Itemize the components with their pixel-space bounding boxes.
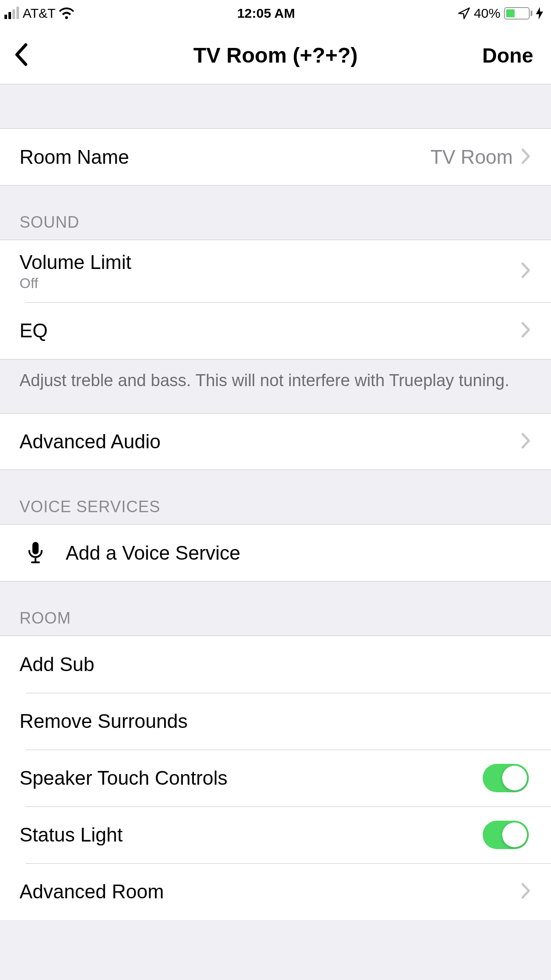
chevron-right-icon [521, 262, 531, 281]
remove-surrounds-row[interactable]: Remove Surrounds [0, 693, 551, 750]
clock: 12:05 AM [237, 6, 295, 21]
battery-icon [504, 7, 532, 20]
chevron-right-icon [521, 432, 531, 451]
status-right: 40% [458, 6, 543, 21]
wifi-icon [59, 8, 74, 19]
add-voice-service-label: Add a Voice Service [66, 542, 531, 564]
status-bar: AT&T 12:05 AM 40% [0, 0, 551, 27]
volume-limit-value: Off [20, 275, 521, 292]
add-voice-service-row[interactable]: Add a Voice Service [0, 525, 551, 581]
room-name-label: Room Name [20, 146, 430, 168]
chevron-right-icon [521, 882, 531, 901]
done-button[interactable]: Done [482, 43, 533, 67]
volume-limit-row[interactable]: Volume Limit Off [0, 240, 551, 302]
eq-row[interactable]: EQ [0, 302, 551, 359]
room-name-value: TV Room [430, 146, 513, 168]
location-arrow-icon [458, 7, 470, 20]
battery-percent: 40% [474, 6, 500, 21]
room-name-row[interactable]: Room Name TV Room [0, 129, 551, 186]
eq-label: EQ [20, 320, 521, 342]
volume-limit-label: Volume Limit [20, 251, 521, 273]
sound-section-footer: Adjust treble and bass. This will not in… [0, 359, 551, 413]
page-title: TV Room (+?+?) [18, 43, 533, 67]
microphone-icon [9, 541, 62, 565]
status-light-row: Status Light [0, 806, 551, 863]
back-button[interactable] [13, 42, 29, 69]
navigation-bar: TV Room (+?+?) Done [0, 27, 551, 84]
chevron-right-icon [521, 148, 531, 166]
cellular-signal-icon [4, 8, 19, 19]
advanced-audio-row[interactable]: Advanced Audio [0, 413, 551, 470]
advanced-audio-label: Advanced Audio [20, 431, 521, 453]
add-sub-label: Add Sub [20, 653, 531, 676]
advanced-room-label: Advanced Room [20, 881, 521, 903]
speaker-touch-toggle[interactable] [483, 764, 529, 792]
remove-surrounds-label: Remove Surrounds [20, 710, 531, 732]
advanced-room-row[interactable]: Advanced Room [0, 863, 551, 920]
section-spacer [0, 84, 551, 129]
chevron-right-icon [521, 321, 531, 340]
speaker-touch-label: Speaker Touch Controls [20, 767, 483, 789]
status-light-toggle[interactable] [483, 821, 529, 849]
room-section-header: Room [0, 581, 551, 636]
carrier-label: AT&T [23, 6, 55, 21]
speaker-touch-row: Speaker Touch Controls [0, 750, 551, 806]
svg-rect-0 [32, 542, 39, 554]
voice-services-header: Voice Services [0, 470, 551, 525]
status-left: AT&T [4, 6, 74, 21]
status-light-label: Status Light [20, 824, 483, 846]
sound-section-header: Sound [0, 186, 551, 240]
charging-bolt-icon [536, 7, 543, 20]
add-sub-row[interactable]: Add Sub [0, 636, 551, 693]
